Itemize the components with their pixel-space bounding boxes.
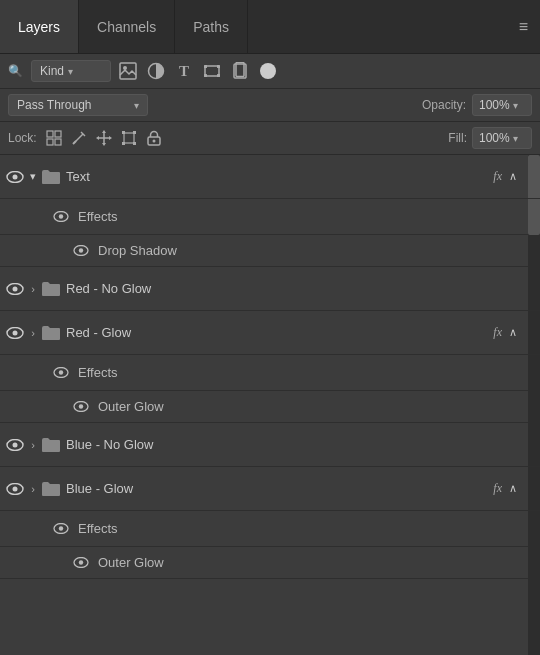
tab-layers[interactable]: Layers	[0, 0, 79, 53]
effect-name: Outer Glow	[98, 399, 164, 414]
fill-input[interactable]: 100% ▾	[472, 127, 532, 149]
folder-icon	[40, 278, 62, 300]
blend-mode-dropdown[interactable]: Pass Through ▾	[8, 94, 148, 116]
drop-shadow-row[interactable]: Drop Shadow	[0, 235, 540, 267]
effects-row[interactable]: Effects	[0, 355, 540, 391]
visibility-icon[interactable]	[4, 166, 26, 188]
svg-point-36	[79, 248, 83, 252]
svg-rect-12	[55, 131, 61, 137]
effects-row[interactable]: Effects	[0, 511, 540, 547]
lock-position-icon[interactable]	[94, 128, 114, 148]
lock-artboard-icon[interactable]	[119, 128, 139, 148]
effects-visibility-icon[interactable]	[50, 206, 72, 228]
layer-row[interactable]: › Red - Glow fx ∧	[0, 311, 540, 355]
fill-chevron-icon: ▾	[513, 133, 518, 144]
filter-adjustment-icon[interactable]	[145, 60, 167, 82]
layer-name: Red - Glow	[66, 325, 493, 340]
svg-point-32	[13, 174, 18, 179]
layers-list: ▾ Text fx ∧ Effects Drop Shadow	[0, 155, 540, 655]
svg-rect-11	[47, 131, 53, 137]
folder-icon	[40, 166, 62, 188]
effects-row[interactable]: Effects	[0, 199, 540, 235]
svg-marker-20	[102, 130, 106, 133]
svg-rect-6	[204, 74, 207, 77]
svg-rect-0	[120, 63, 136, 79]
collapse-icon[interactable]: ∧	[506, 322, 520, 344]
effects-visibility-icon[interactable]	[50, 362, 72, 384]
layer-name: Blue - No Glow	[66, 437, 520, 452]
visibility-icon[interactable]	[4, 478, 26, 500]
tab-paths[interactable]: Paths	[175, 0, 248, 53]
svg-rect-13	[47, 139, 53, 145]
expand-icon[interactable]: ›	[26, 322, 40, 344]
svg-rect-27	[122, 142, 125, 145]
lock-image-icon[interactable]	[69, 128, 89, 148]
svg-rect-25	[122, 131, 125, 134]
svg-marker-22	[96, 136, 99, 140]
layer-name: Blue - Glow	[66, 481, 493, 496]
svg-rect-28	[133, 142, 136, 145]
fill-label: Fill:	[448, 131, 467, 145]
filter-smart-icon[interactable]	[229, 60, 251, 82]
collapse-icon[interactable]: ∧	[506, 478, 520, 500]
scrollbar-track[interactable]	[528, 155, 540, 655]
outer-glow-row[interactable]: Outer Glow	[0, 391, 540, 423]
svg-rect-14	[55, 139, 61, 145]
expand-icon[interactable]: ▾	[26, 166, 40, 188]
effects-label: Effects	[78, 521, 118, 536]
svg-point-38	[13, 286, 18, 291]
filter-text-icon[interactable]: T	[173, 60, 195, 82]
effects-visibility-icon[interactable]	[50, 518, 72, 540]
folder-icon	[40, 434, 62, 456]
photoshop-layers-panel: Layers Channels Paths ≡ 🔍 Kind ▾	[0, 0, 540, 655]
svg-point-10	[260, 63, 276, 79]
svg-point-40	[13, 330, 18, 335]
effect-name: Drop Shadow	[98, 243, 177, 258]
lock-all-icon[interactable]	[144, 128, 164, 148]
opacity-label: Opacity:	[422, 98, 466, 112]
outer-glow-visibility-icon[interactable]	[70, 552, 92, 574]
expand-icon[interactable]: ›	[26, 434, 40, 456]
svg-point-52	[79, 560, 83, 564]
drop-shadow-visibility-icon[interactable]	[70, 240, 92, 262]
visibility-icon[interactable]	[4, 278, 26, 300]
opacity-chevron-icon: ▾	[513, 100, 518, 111]
svg-point-48	[13, 486, 18, 491]
lock-row: Lock:	[0, 122, 540, 155]
visibility-icon[interactable]	[4, 322, 26, 344]
svg-point-30	[152, 140, 155, 143]
blend-chevron-icon: ▾	[134, 100, 139, 111]
svg-rect-26	[133, 131, 136, 134]
panel-menu-icon[interactable]: ≡	[519, 18, 528, 36]
expand-icon[interactable]: ›	[26, 478, 40, 500]
collapse-icon[interactable]: ∧	[506, 166, 520, 188]
svg-marker-23	[109, 136, 112, 140]
visibility-icon[interactable]	[4, 434, 26, 456]
svg-marker-21	[102, 143, 106, 146]
kind-chevron-icon: ▾	[68, 66, 73, 77]
svg-rect-5	[217, 65, 220, 68]
effects-label: Effects	[78, 209, 118, 224]
filter-circle-icon[interactable]	[257, 60, 279, 82]
filter-image-icon[interactable]	[117, 60, 139, 82]
kind-dropdown[interactable]: Kind ▾	[31, 60, 111, 82]
opacity-input[interactable]: 100% ▾	[472, 94, 532, 116]
outer-glow-row[interactable]: Outer Glow	[0, 547, 540, 579]
blend-mode-row: Pass Through ▾ Opacity: 100% ▾	[0, 89, 540, 122]
layer-name: Red - No Glow	[66, 281, 520, 296]
fx-label: fx	[493, 325, 502, 340]
filter-toolbar: 🔍 Kind ▾ T	[0, 54, 540, 89]
tab-channels[interactable]: Channels	[79, 0, 175, 53]
svg-line-16	[73, 141, 76, 144]
svg-rect-3	[205, 66, 219, 76]
lock-pixels-icon[interactable]	[44, 128, 64, 148]
svg-rect-4	[204, 65, 207, 68]
layer-row[interactable]: › Red - No Glow	[0, 267, 540, 311]
layer-row[interactable]: › Blue - No Glow	[0, 423, 540, 467]
layer-row[interactable]: ▾ Text fx ∧	[0, 155, 540, 199]
layer-row[interactable]: › Blue - Glow fx ∧	[0, 467, 540, 511]
fx-label: fx	[493, 169, 502, 184]
outer-glow-visibility-icon[interactable]	[70, 396, 92, 418]
expand-icon[interactable]: ›	[26, 278, 40, 300]
filter-shape-icon[interactable]	[201, 60, 223, 82]
